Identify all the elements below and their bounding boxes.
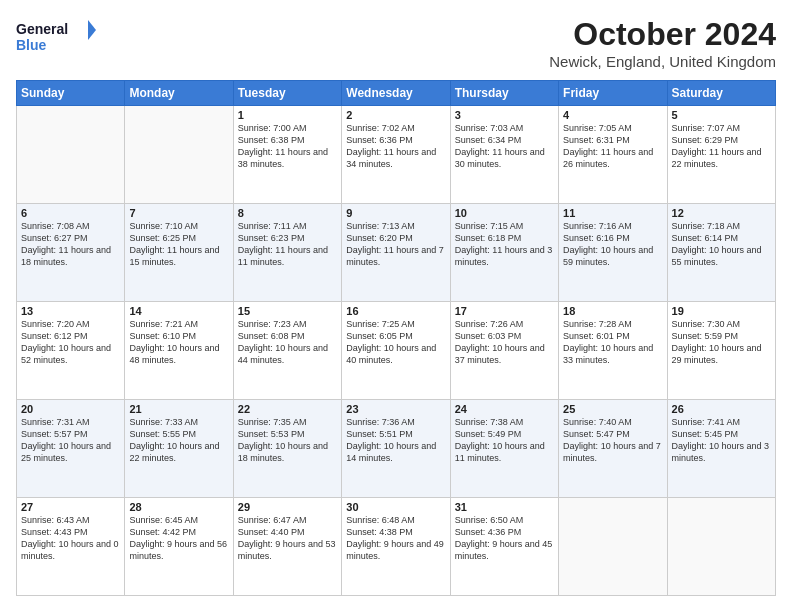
day-number: 15 bbox=[238, 305, 337, 317]
day-number: 14 bbox=[129, 305, 228, 317]
calendar-day-header: Tuesday bbox=[233, 81, 341, 106]
day-number: 12 bbox=[672, 207, 771, 219]
calendar-cell bbox=[17, 106, 125, 204]
calendar-cell: 18Sunrise: 7:28 AMSunset: 6:01 PMDayligh… bbox=[559, 302, 667, 400]
calendar-week-row: 13Sunrise: 7:20 AMSunset: 6:12 PMDayligh… bbox=[17, 302, 776, 400]
day-number: 2 bbox=[346, 109, 445, 121]
calendar-cell: 4Sunrise: 7:05 AMSunset: 6:31 PMDaylight… bbox=[559, 106, 667, 204]
calendar-cell: 17Sunrise: 7:26 AMSunset: 6:03 PMDayligh… bbox=[450, 302, 558, 400]
svg-text:General: General bbox=[16, 21, 68, 37]
day-info: Sunrise: 7:03 AMSunset: 6:34 PMDaylight:… bbox=[455, 122, 554, 171]
day-info: Sunrise: 6:45 AMSunset: 4:42 PMDaylight:… bbox=[129, 514, 228, 563]
day-number: 3 bbox=[455, 109, 554, 121]
day-info: Sunrise: 7:30 AMSunset: 5:59 PMDaylight:… bbox=[672, 318, 771, 367]
calendar-day-header: Monday bbox=[125, 81, 233, 106]
day-number: 9 bbox=[346, 207, 445, 219]
day-info: Sunrise: 7:26 AMSunset: 6:03 PMDaylight:… bbox=[455, 318, 554, 367]
day-number: 19 bbox=[672, 305, 771, 317]
day-number: 25 bbox=[563, 403, 662, 415]
calendar-cell: 3Sunrise: 7:03 AMSunset: 6:34 PMDaylight… bbox=[450, 106, 558, 204]
day-info: Sunrise: 7:02 AMSunset: 6:36 PMDaylight:… bbox=[346, 122, 445, 171]
calendar-cell: 19Sunrise: 7:30 AMSunset: 5:59 PMDayligh… bbox=[667, 302, 775, 400]
day-number: 7 bbox=[129, 207, 228, 219]
day-info: Sunrise: 7:35 AMSunset: 5:53 PMDaylight:… bbox=[238, 416, 337, 465]
day-info: Sunrise: 6:50 AMSunset: 4:36 PMDaylight:… bbox=[455, 514, 554, 563]
day-info: Sunrise: 7:28 AMSunset: 6:01 PMDaylight:… bbox=[563, 318, 662, 367]
svg-text:Blue: Blue bbox=[16, 37, 47, 53]
title-block: October 2024 Newick, England, United Kin… bbox=[549, 16, 776, 70]
day-info: Sunrise: 6:48 AMSunset: 4:38 PMDaylight:… bbox=[346, 514, 445, 563]
calendar-header-row: SundayMondayTuesdayWednesdayThursdayFrid… bbox=[17, 81, 776, 106]
calendar-day-header: Sunday bbox=[17, 81, 125, 106]
calendar-week-row: 1Sunrise: 7:00 AMSunset: 6:38 PMDaylight… bbox=[17, 106, 776, 204]
day-info: Sunrise: 7:21 AMSunset: 6:10 PMDaylight:… bbox=[129, 318, 228, 367]
calendar-cell: 22Sunrise: 7:35 AMSunset: 5:53 PMDayligh… bbox=[233, 400, 341, 498]
calendar-cell: 1Sunrise: 7:00 AMSunset: 6:38 PMDaylight… bbox=[233, 106, 341, 204]
calendar-day-header: Thursday bbox=[450, 81, 558, 106]
location: Newick, England, United Kingdom bbox=[549, 53, 776, 70]
day-number: 13 bbox=[21, 305, 120, 317]
day-info: Sunrise: 7:41 AMSunset: 5:45 PMDaylight:… bbox=[672, 416, 771, 465]
calendar-cell: 25Sunrise: 7:40 AMSunset: 5:47 PMDayligh… bbox=[559, 400, 667, 498]
calendar-day-header: Wednesday bbox=[342, 81, 450, 106]
calendar-cell: 29Sunrise: 6:47 AMSunset: 4:40 PMDayligh… bbox=[233, 498, 341, 596]
calendar-cell: 26Sunrise: 7:41 AMSunset: 5:45 PMDayligh… bbox=[667, 400, 775, 498]
calendar-cell: 27Sunrise: 6:43 AMSunset: 4:43 PMDayligh… bbox=[17, 498, 125, 596]
day-number: 21 bbox=[129, 403, 228, 415]
calendar-cell: 10Sunrise: 7:15 AMSunset: 6:18 PMDayligh… bbox=[450, 204, 558, 302]
calendar-cell bbox=[125, 106, 233, 204]
calendar-cell: 2Sunrise: 7:02 AMSunset: 6:36 PMDaylight… bbox=[342, 106, 450, 204]
day-number: 1 bbox=[238, 109, 337, 121]
day-number: 29 bbox=[238, 501, 337, 513]
day-number: 31 bbox=[455, 501, 554, 513]
day-number: 16 bbox=[346, 305, 445, 317]
calendar-day-header: Friday bbox=[559, 81, 667, 106]
day-number: 8 bbox=[238, 207, 337, 219]
day-number: 22 bbox=[238, 403, 337, 415]
calendar-cell: 21Sunrise: 7:33 AMSunset: 5:55 PMDayligh… bbox=[125, 400, 233, 498]
day-info: Sunrise: 7:20 AMSunset: 6:12 PMDaylight:… bbox=[21, 318, 120, 367]
calendar-week-row: 6Sunrise: 7:08 AMSunset: 6:27 PMDaylight… bbox=[17, 204, 776, 302]
svg-marker-2 bbox=[88, 20, 96, 40]
calendar-cell: 23Sunrise: 7:36 AMSunset: 5:51 PMDayligh… bbox=[342, 400, 450, 498]
day-info: Sunrise: 7:00 AMSunset: 6:38 PMDaylight:… bbox=[238, 122, 337, 171]
day-info: Sunrise: 7:33 AMSunset: 5:55 PMDaylight:… bbox=[129, 416, 228, 465]
day-info: Sunrise: 7:15 AMSunset: 6:18 PMDaylight:… bbox=[455, 220, 554, 269]
calendar-cell: 30Sunrise: 6:48 AMSunset: 4:38 PMDayligh… bbox=[342, 498, 450, 596]
calendar-cell: 14Sunrise: 7:21 AMSunset: 6:10 PMDayligh… bbox=[125, 302, 233, 400]
day-number: 11 bbox=[563, 207, 662, 219]
calendar-table: SundayMondayTuesdayWednesdayThursdayFrid… bbox=[16, 80, 776, 596]
day-info: Sunrise: 7:11 AMSunset: 6:23 PMDaylight:… bbox=[238, 220, 337, 269]
calendar-cell: 8Sunrise: 7:11 AMSunset: 6:23 PMDaylight… bbox=[233, 204, 341, 302]
day-number: 30 bbox=[346, 501, 445, 513]
calendar-cell bbox=[667, 498, 775, 596]
calendar-cell: 9Sunrise: 7:13 AMSunset: 6:20 PMDaylight… bbox=[342, 204, 450, 302]
calendar-week-row: 27Sunrise: 6:43 AMSunset: 4:43 PMDayligh… bbox=[17, 498, 776, 596]
calendar-cell: 12Sunrise: 7:18 AMSunset: 6:14 PMDayligh… bbox=[667, 204, 775, 302]
calendar-week-row: 20Sunrise: 7:31 AMSunset: 5:57 PMDayligh… bbox=[17, 400, 776, 498]
day-number: 6 bbox=[21, 207, 120, 219]
day-number: 28 bbox=[129, 501, 228, 513]
calendar-day-header: Saturday bbox=[667, 81, 775, 106]
day-info: Sunrise: 7:36 AMSunset: 5:51 PMDaylight:… bbox=[346, 416, 445, 465]
calendar-cell: 6Sunrise: 7:08 AMSunset: 6:27 PMDaylight… bbox=[17, 204, 125, 302]
calendar-cell: 13Sunrise: 7:20 AMSunset: 6:12 PMDayligh… bbox=[17, 302, 125, 400]
day-info: Sunrise: 7:05 AMSunset: 6:31 PMDaylight:… bbox=[563, 122, 662, 171]
header: General Blue October 2024 Newick, Englan… bbox=[16, 16, 776, 70]
calendar-cell: 28Sunrise: 6:45 AMSunset: 4:42 PMDayligh… bbox=[125, 498, 233, 596]
day-info: Sunrise: 7:38 AMSunset: 5:49 PMDaylight:… bbox=[455, 416, 554, 465]
day-number: 26 bbox=[672, 403, 771, 415]
day-number: 18 bbox=[563, 305, 662, 317]
page: General Blue October 2024 Newick, Englan… bbox=[0, 0, 792, 612]
day-number: 5 bbox=[672, 109, 771, 121]
calendar-cell: 20Sunrise: 7:31 AMSunset: 5:57 PMDayligh… bbox=[17, 400, 125, 498]
day-info: Sunrise: 6:47 AMSunset: 4:40 PMDaylight:… bbox=[238, 514, 337, 563]
day-info: Sunrise: 7:07 AMSunset: 6:29 PMDaylight:… bbox=[672, 122, 771, 171]
day-number: 17 bbox=[455, 305, 554, 317]
calendar-cell: 5Sunrise: 7:07 AMSunset: 6:29 PMDaylight… bbox=[667, 106, 775, 204]
day-number: 4 bbox=[563, 109, 662, 121]
day-info: Sunrise: 7:40 AMSunset: 5:47 PMDaylight:… bbox=[563, 416, 662, 465]
day-info: Sunrise: 7:10 AMSunset: 6:25 PMDaylight:… bbox=[129, 220, 228, 269]
day-info: Sunrise: 7:31 AMSunset: 5:57 PMDaylight:… bbox=[21, 416, 120, 465]
calendar-cell: 11Sunrise: 7:16 AMSunset: 6:16 PMDayligh… bbox=[559, 204, 667, 302]
